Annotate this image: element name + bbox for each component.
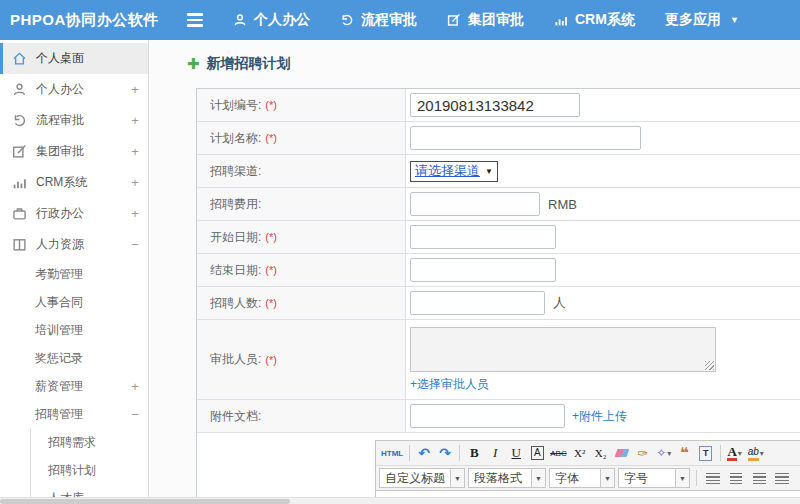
- page-title-text: 新增招聘计划: [207, 55, 291, 73]
- editor-toolbar-row2: 自定义标题 ▼ 段落格式 ▼ 字体 ▼ 字号 ▼: [376, 466, 800, 491]
- undo-icon[interactable]: ↶: [414, 443, 434, 463]
- person-icon: [12, 82, 27, 97]
- nav-group-approval[interactable]: 集团审批: [447, 11, 524, 29]
- headcount-input[interactable]: [410, 291, 545, 315]
- hr-submenu: 考勤管理 人事合同 培训管理 奖惩记录 薪资管理 + 招聘管理 − 招聘需求 招…: [0, 260, 148, 497]
- expand-plus-icon[interactable]: +: [122, 379, 148, 394]
- page-title: ✚ 新增招聘计划: [150, 40, 800, 88]
- recruitment-submenu: 招聘需求 招聘计划 人才库: [30, 428, 148, 497]
- collapse-minus-icon[interactable]: −: [122, 237, 148, 252]
- align-center-icon[interactable]: [726, 468, 746, 488]
- collapse-minus-icon[interactable]: −: [122, 407, 148, 422]
- font-color-icon[interactable]: A▾: [725, 443, 745, 463]
- start-date-input[interactable]: [410, 225, 556, 249]
- nav-crm-system[interactable]: CRM系统: [554, 11, 635, 29]
- fee-input[interactable]: [410, 192, 540, 216]
- bold-icon[interactable]: B: [464, 443, 484, 463]
- form-row-channel: 招聘渠道: 请选择渠道 ▼: [197, 155, 800, 188]
- sidebar-item-workflow-approval[interactable]: 流程审批 +: [0, 105, 148, 136]
- edit-icon: [447, 13, 461, 27]
- unit-suffix: 人: [553, 294, 566, 312]
- italic-icon[interactable]: I: [485, 443, 505, 463]
- paste-plain-icon[interactable]: T: [696, 443, 716, 463]
- upload-attachment-link[interactable]: +附件上传: [572, 408, 627, 425]
- sidebar-item-recruit-demand[interactable]: 招聘需求: [31, 428, 148, 456]
- font-size-select[interactable]: 字号 ▼: [618, 468, 690, 488]
- redo-icon[interactable]: ↷: [435, 443, 455, 463]
- auto-typeset-icon[interactable]: ✧▾: [654, 443, 674, 463]
- paragraph-format-select[interactable]: 段落格式 ▼: [468, 468, 546, 488]
- sidebar-item-personal-office[interactable]: 个人办公 +: [0, 74, 148, 105]
- field-label: 开始日期:: [210, 229, 261, 246]
- sidebar-item-training[interactable]: 培训管理: [0, 316, 148, 344]
- sidebar-item-human-resources[interactable]: 人力资源 −: [0, 229, 148, 260]
- required-mark: (*): [265, 354, 277, 366]
- field-label: 附件文档:: [210, 408, 261, 425]
- edit-icon: [12, 144, 27, 159]
- sidebar-item-attendance[interactable]: 考勤管理: [0, 260, 148, 288]
- separator: [720, 445, 721, 461]
- required-mark: (*): [265, 132, 277, 144]
- insert-link-icon[interactable]: ∞: [795, 468, 800, 488]
- sidebar-item-reward-punishment[interactable]: 奖惩记录: [0, 344, 148, 372]
- sidebar-item-group-approval[interactable]: 集团审批 +: [0, 136, 148, 167]
- plan-name-input[interactable]: [410, 126, 641, 150]
- approvers-textarea[interactable]: [410, 327, 716, 372]
- scrollbar-thumb[interactable]: [0, 499, 290, 504]
- select-approvers-link[interactable]: +选择审批人员: [410, 376, 489, 393]
- editor-toolbar-row1: HTML ↶ ↷ B I U A ABC X² X₂ ✑: [376, 441, 800, 466]
- nav-label: 个人办公: [254, 11, 310, 29]
- field-label: 招聘渠道:: [210, 163, 261, 180]
- required-mark: (*): [265, 231, 277, 243]
- superscript-icon[interactable]: X²: [570, 443, 590, 463]
- hamburger-menu-icon[interactable]: [187, 13, 207, 27]
- channel-select[interactable]: 请选择渠道 ▼: [410, 161, 498, 182]
- form-row-end-date: 结束日期: (*): [197, 254, 800, 287]
- expand-plus-icon[interactable]: +: [122, 144, 148, 159]
- blockquote-icon[interactable]: ❝: [675, 443, 695, 463]
- expand-plus-icon[interactable]: +: [122, 175, 148, 190]
- rich-text-editor: HTML ↶ ↷ B I U A ABC X² X₂ ✑: [375, 440, 800, 497]
- attachment-input[interactable]: [410, 404, 565, 428]
- font-family-select[interactable]: 字体 ▼: [549, 468, 615, 488]
- nav-personal-office[interactable]: 个人办公: [233, 11, 310, 29]
- sidebar-item-crm-system[interactable]: CRM系统 +: [0, 167, 148, 198]
- html-source-button[interactable]: HTML: [379, 443, 405, 463]
- remove-format-icon[interactable]: [612, 443, 632, 463]
- nav-workflow-approval[interactable]: 流程审批: [340, 11, 417, 29]
- align-left-icon[interactable]: [703, 468, 723, 488]
- char-border-icon[interactable]: A: [531, 446, 544, 460]
- sidebar-item-talent-pool[interactable]: 人才库: [31, 484, 148, 497]
- currency-suffix: RMB: [548, 197, 577, 212]
- format-brush-icon[interactable]: ✑: [633, 443, 653, 463]
- horizontal-scrollbar[interactable]: [0, 497, 800, 504]
- field-label: 招聘人数:: [210, 295, 261, 312]
- plan-code-input[interactable]: [410, 93, 580, 117]
- sidebar-item-salary[interactable]: 薪资管理 +: [0, 372, 148, 400]
- select-arrow-icon: ▼: [531, 469, 545, 487]
- select-arrow-icon: ▼: [450, 469, 464, 487]
- sidebar-item-personal-desktop[interactable]: 个人桌面: [0, 43, 148, 74]
- align-justify-icon[interactable]: [772, 468, 792, 488]
- nav-label: 流程审批: [361, 11, 417, 29]
- end-date-input[interactable]: [410, 258, 556, 282]
- sidebar-item-recruitment[interactable]: 招聘管理 −: [0, 400, 148, 428]
- align-right-icon[interactable]: [749, 468, 769, 488]
- sidebar-item-admin-office[interactable]: 行政办公 +: [0, 198, 148, 229]
- form-row-editor: HTML ↶ ↷ B I U A ABC X² X₂ ✑: [197, 433, 800, 497]
- nav-more-apps[interactable]: 更多应用 ▼: [665, 11, 739, 29]
- expand-plus-icon[interactable]: +: [122, 113, 148, 128]
- expand-plus-icon[interactable]: +: [122, 206, 148, 221]
- expand-plus-icon[interactable]: +: [122, 82, 148, 97]
- flow-arrow-icon: [340, 13, 354, 27]
- sidebar-item-personnel-contract[interactable]: 人事合同: [0, 288, 148, 316]
- recruitment-plan-form: 计划编号: (*) 计划名称: (*) 招聘渠道: 请选择渠道: [196, 88, 800, 497]
- highlight-color-icon[interactable]: ab▾: [746, 443, 766, 463]
- strikethrough-icon[interactable]: ABC: [548, 443, 568, 463]
- sidebar-item-recruit-plan[interactable]: 招聘计划: [31, 456, 148, 484]
- subscript-icon[interactable]: X₂: [591, 443, 611, 463]
- underline-icon[interactable]: U: [506, 443, 526, 463]
- flow-arrow-icon: [12, 113, 27, 128]
- app-logo[interactable]: PHPOA协同办公软件: [0, 11, 175, 30]
- custom-heading-select[interactable]: 自定义标题 ▼: [379, 468, 465, 488]
